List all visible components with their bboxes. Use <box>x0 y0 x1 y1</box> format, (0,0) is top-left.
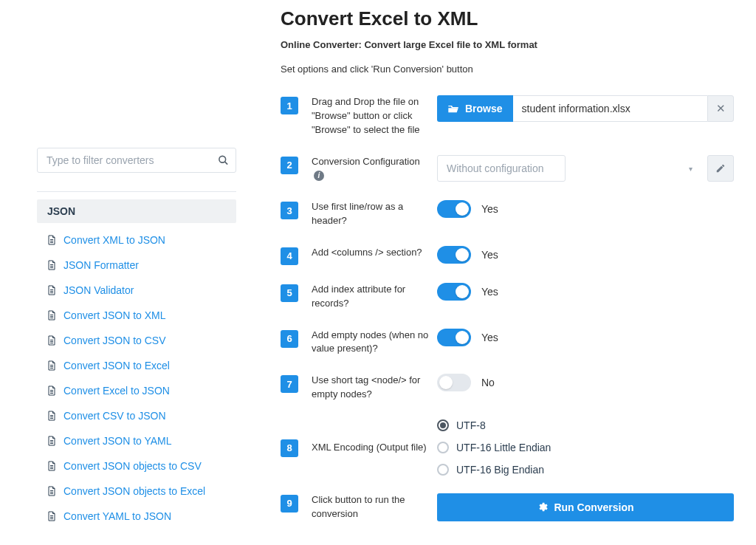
document-icon <box>47 285 56 295</box>
config-select[interactable]: Without configuration <box>437 155 566 182</box>
sidebar-item[interactable]: Convert CSV to JSON <box>37 403 236 428</box>
step-empty-nodes: 6 Add empty nodes (when no value present… <box>281 329 734 357</box>
sidebar-item[interactable]: Convert Excel to JSON <box>37 378 236 403</box>
folder-open-icon <box>447 103 459 114</box>
document-icon <box>47 436 56 446</box>
step-label: Add <columns /> section? <box>312 246 437 260</box>
sidebar: JSON Convert XML to JSON JSON Formatter … <box>0 0 258 545</box>
step-encoding: 8 XML Encoding (Output file) UTF-8 UTF-1… <box>281 419 734 476</box>
toggle-empty-nodes[interactable] <box>437 329 471 346</box>
step-columns-section: 4 Add <columns /> section? Yes <box>281 246 734 265</box>
file-name-input[interactable] <box>513 95 707 122</box>
step-label: Add index attribute for records? <box>312 283 437 311</box>
info-icon[interactable]: i <box>314 171 324 181</box>
sidebar-item-label: Convert Excel to JSON <box>63 385 170 397</box>
document-icon <box>47 385 56 396</box>
step-number: 2 <box>281 157 298 174</box>
radio-icon <box>437 464 449 476</box>
main-content: Convert Excel to XML Online Converter: C… <box>258 0 756 545</box>
sidebar-item-label: Convert JSON to Excel <box>63 360 170 371</box>
radio-utf16be[interactable]: UTF-16 Big Endian <box>437 464 734 476</box>
gear-icon <box>537 501 548 513</box>
document-icon <box>47 260 56 270</box>
toggle-text: Yes <box>481 332 498 343</box>
browse-button[interactable]: Browse <box>437 95 513 122</box>
step-number: 3 <box>281 202 298 219</box>
sidebar-item[interactable]: Convert JSON objects to Excel <box>37 479 236 504</box>
sidebar-item-label: JSON Validator <box>63 284 134 296</box>
sidebar-item-label: Convert JSON to CSV <box>63 335 166 346</box>
radio-utf8[interactable]: UTF-8 <box>437 419 734 431</box>
sidebar-category: JSON <box>37 199 236 223</box>
step-config: 2 Conversion Configuration i Without con… <box>281 155 734 183</box>
step-number: 5 <box>281 284 298 302</box>
sidebar-item-label: Convert JSON objects to CSV <box>63 460 202 472</box>
sidebar-item-label: JSON Formatter <box>63 259 139 271</box>
radio-label: UTF-16 Little Endian <box>456 442 551 453</box>
browse-label: Browse <box>465 103 503 114</box>
step-label: Use short tag <node/> for empty nodes? <box>312 374 437 402</box>
step-index-attr: 5 Add index attribute for records? Yes <box>281 283 734 311</box>
radio-label: UTF-8 <box>456 419 486 431</box>
toggle-index-attr[interactable] <box>437 283 471 301</box>
sidebar-item[interactable]: JSON Formatter <box>37 253 236 278</box>
step-number: 8 <box>281 439 298 457</box>
edit-config-button[interactable] <box>707 155 734 182</box>
toggle-columns-section[interactable] <box>437 246 471 264</box>
toggle-text: Yes <box>481 286 498 298</box>
step-short-tag: 7 Use short tag <node/> for empty nodes?… <box>281 374 734 402</box>
toggle-text: Yes <box>481 203 498 215</box>
page-title: Convert Excel to XML <box>281 7 734 30</box>
sidebar-item[interactable]: Convert JSON objects to CSV <box>37 453 236 479</box>
step-number: 7 <box>281 375 298 393</box>
step-label: Use first line/row as a header? <box>312 200 437 228</box>
run-label: Run Conversion <box>554 501 633 513</box>
page-subtitle: Online Converter: Convert large Excel fi… <box>281 39 734 50</box>
clear-file-button[interactable]: ✕ <box>707 95 734 122</box>
sidebar-item[interactable]: Convert XML to JSON <box>37 227 236 253</box>
document-icon <box>47 461 56 471</box>
radio-icon <box>437 442 449 453</box>
step-number: 4 <box>281 247 298 265</box>
run-conversion-button[interactable]: Run Conversion <box>437 493 734 521</box>
chevron-down-icon: ▾ <box>689 164 693 172</box>
radio-utf16le[interactable]: UTF-16 Little Endian <box>437 442 734 453</box>
step-label: Drag and Drop the file on "Browse" butto… <box>312 95 437 137</box>
step-number: 1 <box>281 97 298 114</box>
step-run: 9 Click button to run the conversion Run… <box>281 493 734 521</box>
sidebar-item-label: Convert JSON objects to Excel <box>63 485 205 497</box>
sidebar-nav: Convert XML to JSON JSON Formatter JSON … <box>37 227 236 529</box>
step-label: XML Encoding (Output file) <box>312 441 437 455</box>
step-header-row: 3 Use first line/row as a header? Yes <box>281 200 734 228</box>
step-label-text: Conversion Configuration <box>312 156 420 167</box>
step-label: Add empty nodes (when no value present)? <box>312 329 437 357</box>
sidebar-item-label: Convert JSON to XML <box>63 309 166 321</box>
sidebar-item-label: Convert JSON to YAML <box>63 435 172 447</box>
radio-label: UTF-16 Big Endian <box>456 464 544 476</box>
sidebar-item[interactable]: Convert JSON to CSV <box>37 328 236 353</box>
filter-converters-input[interactable] <box>37 148 236 173</box>
document-icon <box>47 360 56 371</box>
sidebar-item[interactable]: Convert JSON to XML <box>37 303 236 328</box>
pencil-icon <box>715 163 726 174</box>
document-icon <box>47 235 56 245</box>
toggle-short-tag[interactable] <box>437 374 471 391</box>
step-label: Click button to run the conversion <box>312 493 437 521</box>
sidebar-item[interactable]: Convert YAML to JSON <box>37 504 236 529</box>
toggle-text: No <box>481 377 495 388</box>
toggle-header-row[interactable] <box>437 200 471 218</box>
sidebar-item[interactable]: Convert JSON to YAML <box>37 428 236 453</box>
toggle-text: Yes <box>481 249 498 261</box>
step-label: Conversion Configuration i <box>312 155 437 183</box>
close-icon: ✕ <box>716 102 726 115</box>
sidebar-item-label: Convert CSV to JSON <box>63 410 166 422</box>
sidebar-item[interactable]: Convert JSON to Excel <box>37 353 236 378</box>
radio-icon <box>437 419 449 431</box>
step-number: 9 <box>281 495 298 513</box>
document-icon <box>47 335 56 346</box>
page-instruction: Set options and click 'Run Conversion' b… <box>281 64 734 75</box>
document-icon <box>47 486 56 496</box>
sidebar-item-label: Convert XML to JSON <box>63 234 165 246</box>
document-icon <box>47 310 56 321</box>
sidebar-item[interactable]: JSON Validator <box>37 278 236 303</box>
